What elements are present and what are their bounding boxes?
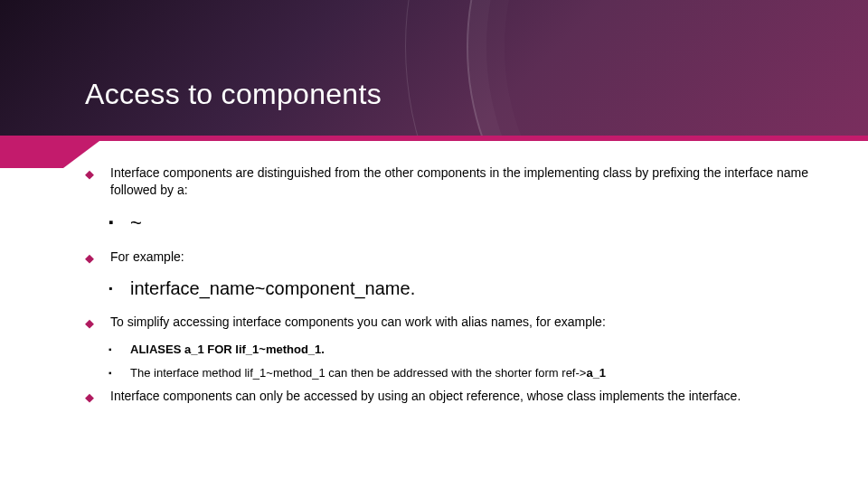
alias-code: ALIASES a_1 FOR lif_1~method_1 <box>130 343 321 356</box>
bullet-3-sub-alias: ALIASES a_1 FOR lif_1~method_1. <box>108 342 814 358</box>
bullet-1: Interface components are distinguished f… <box>85 164 814 199</box>
note-bold-ref: a_1 <box>586 366 606 380</box>
bullet-3: To simplify accessing interface componen… <box>85 314 814 331</box>
note-text: The interface method lif_1~method_1 can … <box>130 366 586 380</box>
slide-body: Interface components are distinguished f… <box>85 164 814 416</box>
bullet-4: Interface components can only be accesse… <box>85 388 814 405</box>
slide-title: Access to components <box>85 78 382 111</box>
accent-stripe <box>0 136 868 141</box>
slide-header-band <box>0 0 868 140</box>
alias-code-dot: . <box>321 343 325 356</box>
bullet-2: For example: <box>85 249 814 266</box>
bullet-1-sub-tilde: ~ <box>108 210 814 237</box>
bullet-3-sub-note: The interface method lif_1~method_1 can … <box>108 365 814 381</box>
bullet-2-sub-example: interface_name~component_name. <box>108 277 814 301</box>
